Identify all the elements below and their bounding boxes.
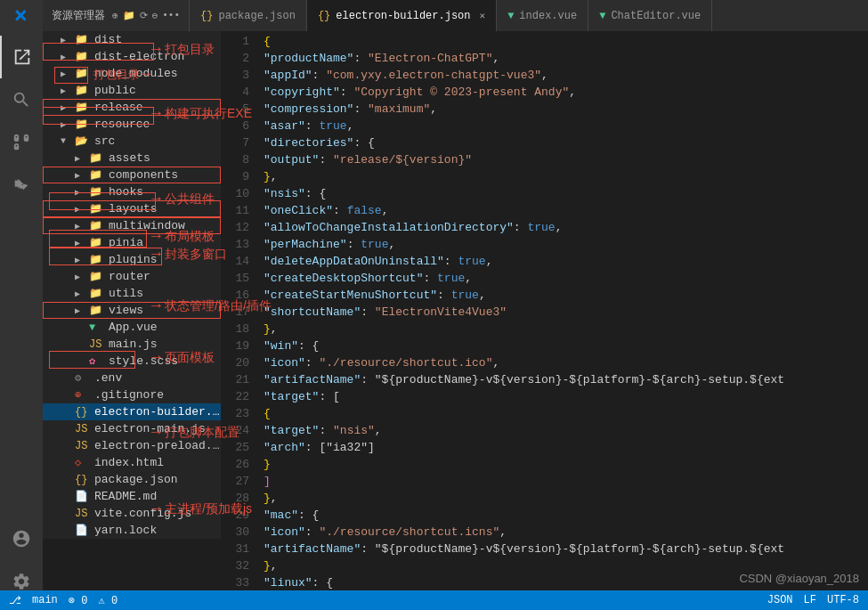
- arrow-icon: ▶: [75, 238, 89, 248]
- tab-close-button[interactable]: ✕: [480, 10, 486, 21]
- tab-label: package.json: [218, 10, 295, 22]
- activity-source-control[interactable]: [0, 121, 43, 164]
- tree-item-yarn-lock[interactable]: 📄 yarn.lock: [43, 522, 221, 539]
- tree-item-router[interactable]: ▶ 📁 router: [43, 268, 221, 285]
- tree-item-src[interactable]: ▼ 📂 src: [43, 133, 221, 150]
- tree-item-env[interactable]: ⚙ .env: [43, 370, 221, 386]
- more-icon[interactable]: •••: [162, 10, 180, 21]
- arrow-icon: ▶: [61, 69, 75, 79]
- code-line: },: [264, 490, 868, 507]
- folder-icon: 📁: [89, 151, 105, 165]
- tree-item-readme[interactable]: 📄 README.md: [43, 488, 221, 505]
- code-line: "linux": {: [264, 574, 868, 591]
- tree-item-public[interactable]: ▶ 📁 public: [43, 82, 221, 99]
- tab-package-json[interactable]: {} package.json: [190, 0, 307, 31]
- branch-name[interactable]: main: [32, 594, 58, 606]
- code-line: "allowToChangeInstallationDirectory": tr…: [264, 219, 868, 236]
- item-label: package.json: [94, 473, 221, 486]
- item-label: src: [94, 134, 221, 148]
- line-ending[interactable]: LF: [804, 594, 816, 606]
- folder-icon: 📁: [89, 253, 105, 266]
- js-icon: JS: [89, 338, 105, 351]
- folder-icon: 📂: [75, 134, 91, 148]
- new-folder-icon[interactable]: 📁: [123, 10, 135, 21]
- item-label: vite.config.js: [94, 507, 221, 520]
- tree-item-index-html[interactable]: ◇ index.html: [43, 454, 221, 471]
- tree-item-dist[interactable]: ▶ 📁 dist: [43, 31, 221, 48]
- tree-item-views[interactable]: ▶ 📁 views: [43, 302, 221, 319]
- folder-icon: 📁: [89, 270, 105, 283]
- tab-electron-builder-json[interactable]: {} electron-builder.json ✕: [307, 0, 497, 31]
- line-number: 18: [221, 321, 249, 338]
- refresh-icon[interactable]: ⟳: [140, 10, 148, 21]
- vue-icon: ▼: [599, 10, 605, 22]
- tree-item-release[interactable]: ▶ 📁 release: [43, 99, 221, 116]
- encoding[interactable]: UTF-8: [827, 594, 859, 606]
- activity-extensions[interactable]: [0, 164, 43, 207]
- tree-item-resource[interactable]: ▶ 📁 resource: [43, 116, 221, 133]
- tree-item-app-vue[interactable]: ▼ App.vue: [43, 319, 221, 336]
- tree-item-main-js[interactable]: JS main.js: [43, 336, 221, 353]
- line-number: 30: [221, 524, 249, 541]
- tree-item-package-json[interactable]: {} package.json: [43, 471, 221, 488]
- branch-icon: ⎇: [9, 594, 21, 607]
- tree-item-vite-config[interactable]: JS vite.config.js: [43, 505, 221, 522]
- arrow-icon: ▶: [75, 170, 89, 181]
- line-number: 9: [221, 168, 249, 185]
- line-number: 27: [221, 473, 249, 490]
- tab-index-vue[interactable]: ▼ index.vue: [497, 0, 588, 31]
- tree-item-layouts[interactable]: ▶ 📁 layouts: [43, 200, 221, 217]
- editor-area: 1234567891011121314151617181920212223242…: [221, 31, 868, 610]
- collapse-icon[interactable]: ⊖: [152, 10, 158, 21]
- tree-item-style-scss[interactable]: ✿ style.scss: [43, 353, 221, 370]
- status-left: ⎇ main ⊗ 0 ⚠ 0: [9, 594, 118, 607]
- explorer-label: 资源管理器: [52, 8, 105, 23]
- line-number: 25: [221, 439, 249, 456]
- tree-item-utils[interactable]: ▶ 📁 utils: [43, 285, 221, 302]
- tab-chateditor-vue[interactable]: ▼ ChatEditor.vue: [588, 0, 712, 31]
- line-number: 20: [221, 354, 249, 371]
- arrow-icon: ▼: [61, 136, 75, 146]
- tree-item-hooks[interactable]: ▶ 📁 hooks: [43, 183, 221, 200]
- line-number: 3: [221, 67, 249, 84]
- tree-item-multiwindow[interactable]: ▶ 📁 multiwindow: [43, 217, 221, 234]
- new-file-icon[interactable]: ⊕: [112, 10, 118, 21]
- tree-item-dist-electron[interactable]: ▶ 📁 dist-electron: [43, 48, 221, 65]
- code-line: "artifactName": "${productName}-v${versi…: [264, 541, 868, 557]
- folder-icon: 📁: [75, 118, 91, 131]
- tab-label: electron-builder.json: [336, 10, 470, 22]
- code-line: "shortcutName": "ElectronVite4Vue3": [264, 304, 868, 321]
- tree-item-gitignore[interactable]: ⊕ .gitignore: [43, 386, 221, 403]
- tree-item-assets[interactable]: ▶ 📁 assets: [43, 150, 221, 167]
- tree-item-electron-builder-json[interactable]: {} electron-builder.json: [43, 403, 221, 420]
- line-number: 16: [221, 287, 249, 304]
- tree-item-electron-main-js[interactable]: JS electron-main.js: [43, 420, 221, 437]
- activity-account[interactable]: [0, 517, 43, 560]
- json-icon: {}: [75, 474, 91, 486]
- tree-item-electron-preload-js[interactable]: JS electron-preload.js: [43, 437, 221, 454]
- tree-item-plugins[interactable]: ▶ 📁 plugins: [43, 251, 221, 268]
- title-bar: 资源管理器 ⊕ 📁 ⟳ ⊖ ••• {} package.json {} ele…: [0, 0, 868, 31]
- svg-point-0: [19, 13, 22, 17]
- line-number: 1: [221, 33, 249, 50]
- tree-item-pinia[interactable]: ▶ 📁 pinia: [43, 234, 221, 251]
- item-label: .gitignore: [94, 388, 221, 402]
- tree-item-node-modules[interactable]: ▶ 📁 node_modules: [43, 65, 221, 82]
- code-line: "target": [: [264, 388, 868, 405]
- item-label: dist: [94, 33, 221, 46]
- language-mode[interactable]: JSON: [767, 594, 793, 606]
- tree-item-components[interactable]: ▶ 📁 components: [43, 167, 221, 183]
- line-number: 14: [221, 253, 249, 270]
- arrow-icon: ▶: [75, 305, 89, 316]
- activity-search[interactable]: [0, 78, 43, 121]
- item-label: layouts: [109, 202, 221, 216]
- code-area[interactable]: { "productName": "Electron-ChatGPT", "ap…: [256, 31, 868, 610]
- line-number: 31: [221, 541, 249, 557]
- activity-explorer[interactable]: [0, 36, 43, 78]
- folder-icon: 📁: [89, 185, 105, 199]
- arrow-icon: ▶: [61, 119, 75, 130]
- arrow-icon: ▶: [75, 187, 89, 198]
- scss-icon: ✿: [89, 354, 105, 368]
- line-number: 15: [221, 270, 249, 287]
- code-line: "productName": "Electron-ChatGPT",: [264, 50, 868, 67]
